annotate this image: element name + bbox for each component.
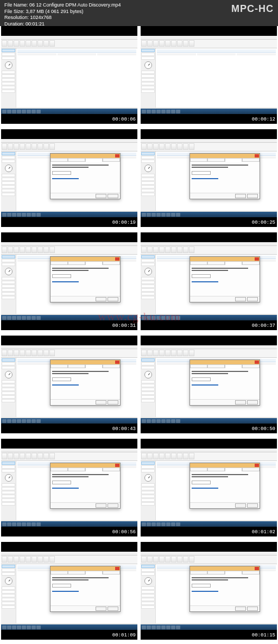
sidebar-item[interactable]	[2, 362, 15, 365]
taskbar-button[interactable]	[142, 213, 146, 217]
dialog-tab-active[interactable]	[225, 364, 242, 368]
ok-button[interactable]	[96, 607, 106, 611]
sidebar-item[interactable]	[141, 56, 155, 60]
cancel-button[interactable]	[108, 194, 118, 198]
ribbon-button[interactable]	[171, 247, 176, 253]
taskbar-button[interactable]	[151, 316, 156, 320]
ribbon-button[interactable]	[37, 556, 43, 563]
cancel-button[interactable]	[108, 503, 118, 508]
taskbar-button[interactable]	[36, 316, 41, 320]
ribbon-button[interactable]	[183, 143, 188, 150]
ribbon-button[interactable]	[147, 350, 153, 356]
dialog-tab-active[interactable]	[85, 261, 103, 265]
ribbon-button[interactable]	[2, 556, 7, 563]
ribbon-button[interactable]	[26, 350, 31, 356]
sidebar-item[interactable]	[2, 605, 15, 609]
sidebar-item[interactable]	[2, 395, 15, 399]
taskbar-button[interactable]	[171, 419, 175, 423]
dialog-tab[interactable]	[207, 261, 225, 265]
thumbnail-7[interactable]: 00:00:50	[141, 336, 277, 433]
ok-button[interactable]	[96, 400, 106, 405]
ribbon-button[interactable]	[153, 556, 159, 563]
taskbar-button[interactable]	[161, 316, 166, 320]
sidebar-item[interactable]	[2, 569, 15, 572]
dialog-link[interactable]	[192, 281, 218, 282]
taskbar-button[interactable]	[31, 110, 36, 113]
ribbon-button[interactable]	[14, 247, 19, 253]
sidebar-item[interactable]	[141, 49, 155, 52]
cancel-button[interactable]	[108, 607, 118, 611]
taskbar-button[interactable]	[7, 522, 11, 526]
sidebar-item[interactable]	[141, 602, 155, 605]
sidebar-item[interactable]	[2, 174, 15, 177]
dialog-tab[interactable]	[103, 571, 120, 574]
sidebar-item[interactable]	[141, 78, 155, 81]
ribbon-button[interactable]	[43, 350, 49, 356]
taskbar-button[interactable]	[171, 110, 175, 113]
dialog-tab-active[interactable]	[225, 158, 242, 162]
taskbar-button[interactable]	[151, 213, 156, 217]
taskbar-button[interactable]	[27, 626, 31, 629]
taskbar-button[interactable]	[142, 626, 146, 629]
ribbon-button[interactable]	[183, 556, 188, 563]
close-icon[interactable]	[115, 567, 119, 570]
sidebar-item[interactable]	[2, 56, 15, 60]
cancel-button[interactable]	[247, 503, 258, 508]
ribbon-button[interactable]	[26, 453, 31, 459]
taskbar-button[interactable]	[142, 316, 146, 320]
ribbon-button[interactable]	[14, 40, 19, 47]
dialog-tab-active[interactable]	[85, 571, 103, 574]
thumbnail-3[interactable]: 00:00:25	[141, 129, 277, 227]
dialog-tab[interactable]	[242, 261, 260, 265]
ribbon-button[interactable]	[165, 453, 170, 459]
sidebar-item[interactable]	[141, 502, 155, 506]
sidebar-item[interactable]	[2, 277, 15, 280]
sidebar-item[interactable]	[2, 392, 15, 395]
ribbon-button[interactable]	[153, 143, 159, 150]
cancel-button[interactable]	[247, 194, 258, 198]
dialog-tab[interactable]	[207, 364, 225, 368]
sidebar-item[interactable]	[2, 491, 15, 494]
sidebar-item[interactable]	[141, 392, 155, 395]
taskbar-button[interactable]	[166, 522, 170, 526]
dialog-tab[interactable]	[207, 571, 225, 574]
sidebar-item[interactable]	[141, 296, 155, 299]
taskbar-button[interactable]	[17, 419, 21, 423]
dialog-tab-active[interactable]	[225, 571, 242, 574]
dialog-tab[interactable]	[50, 158, 68, 162]
ok-button[interactable]	[235, 607, 246, 611]
sidebar-item[interactable]	[141, 90, 155, 93]
time-input[interactable]	[52, 171, 71, 175]
dialog-tab[interactable]	[190, 364, 207, 368]
thumbnail-5[interactable]: 00:00:37	[141, 232, 277, 330]
ribbon-button[interactable]	[20, 350, 25, 356]
ribbon-button[interactable]	[147, 143, 153, 150]
time-input[interactable]	[192, 274, 211, 278]
taskbar-button[interactable]	[161, 419, 166, 423]
ribbon-button[interactable]	[43, 556, 49, 563]
taskbar-button[interactable]	[17, 626, 21, 629]
ribbon-button[interactable]	[171, 350, 176, 356]
taskbar-button[interactable]	[17, 213, 21, 217]
sidebar-item[interactable]	[141, 598, 155, 601]
sidebar-item[interactable]	[141, 366, 155, 369]
ribbon-button[interactable]	[183, 40, 188, 47]
time-input[interactable]	[52, 584, 71, 588]
dialog-tab[interactable]	[242, 468, 260, 471]
taskbar-button[interactable]	[142, 419, 146, 423]
ribbon-button[interactable]	[2, 453, 7, 459]
ribbon-button[interactable]	[8, 40, 13, 47]
dialog-link[interactable]	[52, 384, 79, 386]
ribbon-button[interactable]	[49, 556, 55, 563]
dialog-tab-active[interactable]	[225, 468, 242, 471]
taskbar-button[interactable]	[36, 522, 41, 526]
sidebar-item[interactable]	[141, 156, 155, 159]
taskbar-button[interactable]	[176, 626, 180, 629]
taskbar-button[interactable]	[22, 213, 26, 217]
ribbon-button[interactable]	[14, 350, 19, 356]
taskbar-button[interactable]	[156, 522, 161, 526]
taskbar-button[interactable]	[17, 522, 21, 526]
sidebar-item[interactable]	[141, 86, 155, 89]
sidebar-item[interactable]	[141, 53, 155, 56]
ribbon-button[interactable]	[2, 350, 7, 356]
